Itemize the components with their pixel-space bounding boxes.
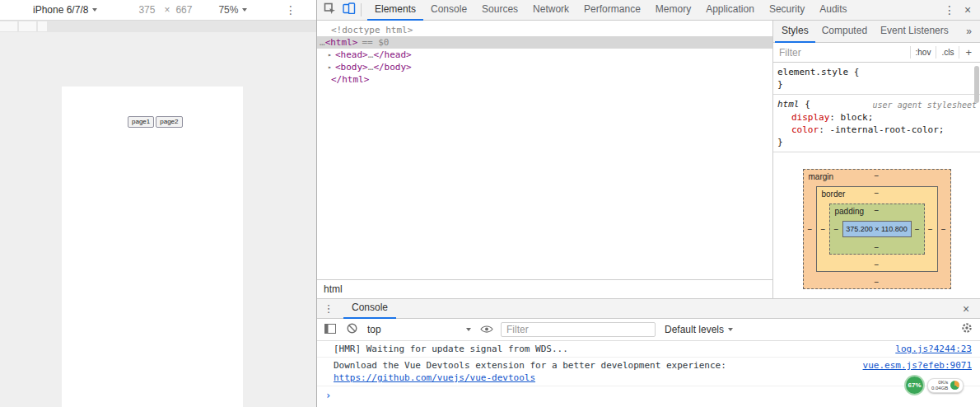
padding-top-value[interactable]: − [875,206,880,215]
tab-memory[interactable]: Memory [648,0,698,21]
execution-context-label: top [367,324,381,335]
tab-performance[interactable]: Performance [576,0,648,21]
disclosure-triangle-icon[interactable]: ▸ [328,49,335,61]
execution-context-select[interactable]: top [366,324,473,335]
border-top-value[interactable]: − [875,189,880,198]
page-button-group: page1 page2 [128,116,183,128]
device-zoom-dropdown[interactable]: 75% [218,4,247,16]
tab-application[interactable]: Application [698,0,762,21]
console-settings-button[interactable] [959,322,974,337]
tab-network[interactable]: Network [525,0,576,21]
monitor-stats-badge: 0K/s 0.04GB [927,378,964,393]
border-right-value[interactable]: − [928,225,933,234]
tab-audits[interactable]: Audits [812,0,854,21]
drawer-menu-button[interactable]: ⋮ [322,302,335,315]
new-style-rule-button[interactable]: + [959,46,973,58]
block-icon [347,322,357,337]
device-width-input[interactable] [138,4,158,16]
dimension-times-label: × [164,4,170,16]
border-bottom-value[interactable]: − [875,260,880,269]
message-source-link[interactable]: vue.esm.js?efeb:9071 [863,359,972,372]
device-mode-ruler [0,21,316,32]
message-source-link[interactable]: log.js?4244:23 [895,343,972,355]
body-open-tag: <body> [335,62,368,73]
tab-security[interactable]: Security [762,0,812,21]
open-brace: { [805,99,810,110]
box-model-content[interactable]: 375.200 × 110.800 [842,221,912,237]
css-property: displayblock [777,111,978,124]
inspect-element-button[interactable] [320,1,339,20]
dom-node-body[interactable]: ▸<body>…</body> [317,61,772,73]
box-model-border[interactable]: border − − − − padding − − − [816,186,938,272]
padding-label: padding [835,207,865,216]
drawer-close-button[interactable]: × [957,300,975,318]
clear-console-button[interactable] [344,322,359,337]
disclosure-triangle-icon[interactable]: ▸ [328,61,335,73]
device-preset-dropdown[interactable]: iPhone 6/7/8 [33,4,97,16]
tab-elements[interactable]: Elements [367,0,423,21]
tab-event-listeners[interactable]: Event Listeners [874,21,955,43]
rule-selector: html [777,99,800,110]
performance-monitor-overlay: 67% 0K/s 0.04GB [904,375,964,395]
breadcrumb-item-html[interactable]: html [324,283,343,295]
property-value: block [841,112,874,123]
tab-computed[interactable]: Computed [815,21,874,43]
head-open-tag: <head> [335,49,368,60]
dom-node-html-selected[interactable]: …<html>== $0 [317,36,772,49]
box-model-margin[interactable]: margin − − − − border − − − − [803,169,951,289]
property-name: display [791,112,841,123]
margin-bottom-value[interactable]: − [875,278,880,287]
margin-right-value[interactable]: − [941,225,946,234]
chevron-down-icon [466,328,471,331]
dom-node-head[interactable]: ▸<head>…</head> [317,49,772,61]
toolbar-right-controls: ⋮ × [940,1,977,19]
body-close-tag: </body> [373,62,411,73]
property-value: -internal-root-color [829,124,944,135]
drawer-tab-console[interactable]: Console [343,299,396,319]
toggle-device-toolbar-button[interactable] [339,1,358,20]
chevron-down-icon [92,8,97,12]
dom-node-html-close[interactable]: </html> [317,73,772,86]
more-tabs-chevron[interactable]: » [959,26,978,37]
margin-top-value[interactable]: − [875,171,880,180]
device-preset-label: iPhone 6/7/8 [33,4,88,16]
toggle-element-state-button[interactable]: :hov [910,46,936,58]
memory-pie-icon [950,381,959,390]
content-dimensions-label: 375.200 × 110.800 [846,225,908,233]
styles-scrollbar-thumb[interactable] [974,66,979,103]
dom-tree-panel: <!doctype html> …<html>== $0 ▸<head>…</h… [317,21,772,298]
create-live-expression-button[interactable] [479,322,494,337]
page2-button[interactable]: page2 [156,116,182,128]
tab-styles[interactable]: Styles [775,21,815,43]
styles-filter-bar: :hov .cls + [773,43,980,63]
border-left-value[interactable]: − [821,225,826,234]
element-classes-button[interactable]: .cls [936,46,959,58]
console-prompt[interactable]: › [317,386,980,401]
padding-right-value[interactable]: − [915,225,920,234]
inspect-icon [324,2,336,18]
console-filter-input[interactable] [501,322,656,337]
emulated-page-viewport: page1 page2 [62,87,243,407]
box-model-padding[interactable]: padding − − − − 375.200 × 110.800 [829,204,925,255]
styles-filter-input[interactable] [779,47,910,58]
tab-sources[interactable]: Sources [474,0,525,21]
rule-element-style[interactable]: element.style { } [773,63,980,95]
devtools-close-button[interactable]: × [959,1,977,19]
tab-console[interactable]: Console [423,0,474,21]
device-toolbar-menu-button[interactable]: ⋮ [285,3,296,16]
devtools-menu-button[interactable]: ⋮ [940,1,959,19]
console-message: Download the Vue Devtools extension for … [317,358,980,386]
message-url-link[interactable]: https://github.com/vuejs/vue-devtools [334,372,726,384]
rule-selector[interactable]: element.style [777,67,848,77]
margin-left-value[interactable]: − [808,225,813,234]
device-height-input[interactable] [175,4,195,16]
log-levels-dropdown[interactable]: Default levels [665,324,733,335]
eye-icon [480,322,493,337]
network-rate-value: 0K/s [938,380,948,385]
console-sidebar-toggle-button[interactable] [323,322,338,337]
padding-left-value[interactable]: − [834,225,839,234]
page1-button[interactable]: page1 [128,116,154,128]
ruler-segment [19,21,36,31]
dom-node-doctype[interactable]: <!doctype html> [317,24,772,36]
padding-bottom-value[interactable]: − [875,243,880,252]
